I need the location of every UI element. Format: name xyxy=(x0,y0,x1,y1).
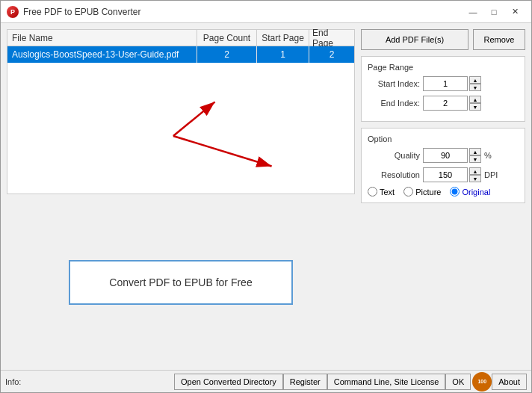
option-title: Option xyxy=(368,134,519,143)
mode-radio-row: Text Picture Original xyxy=(368,187,519,196)
quality-spinner: ▲ ▼ xyxy=(423,148,481,163)
start-index-up[interactable]: ▲ xyxy=(469,76,481,84)
mode-text-label: Text xyxy=(380,188,395,196)
mode-picture-radio[interactable] xyxy=(403,187,413,196)
mode-text-option[interactable]: Text xyxy=(368,187,395,196)
start-index-label: Start Index: xyxy=(368,79,420,88)
convert-button[interactable]: Convert PDF to EPUB for Free xyxy=(69,260,293,305)
col-header-pagecount: Page Count xyxy=(197,30,257,46)
end-index-row: End Index: ▲ ▼ xyxy=(368,96,519,111)
mode-original-radio[interactable] xyxy=(450,187,460,196)
end-index-down[interactable]: ▼ xyxy=(469,103,481,111)
end-index-up[interactable]: ▲ xyxy=(469,96,481,103)
open-dir-button[interactable]: Open Converted Directory xyxy=(174,374,283,390)
info-label: Info: xyxy=(5,377,174,386)
cell-startpage: 1 xyxy=(257,46,309,63)
file-table: File Name Page Count Start Page End Page… xyxy=(7,29,355,194)
title-controls: — □ ✕ xyxy=(463,4,525,20)
end-index-spinner: ▲ ▼ xyxy=(423,96,481,111)
start-index-spinner: ▲ ▼ xyxy=(423,76,481,91)
table-row[interactable]: Auslogics-BoostSpeed-13-User-Guide.pdf 2… xyxy=(7,46,354,63)
close-button[interactable]: ✕ xyxy=(504,4,525,20)
content-area: File Name Page Count Start Page End Page… xyxy=(1,23,531,370)
mode-picture-option[interactable]: Picture xyxy=(403,187,441,196)
table-body: Auslogics-BoostSpeed-13-User-Guide.pdf 2… xyxy=(7,46,354,194)
app-icon: P xyxy=(7,6,19,18)
resolution-label: Resolution xyxy=(368,170,420,179)
bottom-bar: Info: Open Converted Directory Register … xyxy=(1,370,531,392)
quality-input[interactable] xyxy=(423,148,468,163)
title-bar: P Free PDF to EPUB Converter — □ ✕ xyxy=(1,1,531,23)
resolution-down[interactable]: ▼ xyxy=(469,175,481,182)
cell-pagecount: 2 xyxy=(197,46,257,63)
title-bar-left: P Free PDF to EPUB Converter xyxy=(7,6,140,18)
mode-picture-label: Picture xyxy=(415,188,441,196)
right-panel: Add PDF File(s) Remove Page Range Start … xyxy=(361,29,525,364)
col-header-filename: File Name xyxy=(7,30,197,46)
mode-original-option[interactable]: Original xyxy=(450,187,490,196)
resolution-input[interactable] xyxy=(423,167,468,182)
start-index-down[interactable]: ▼ xyxy=(469,84,481,91)
add-pdf-button[interactable]: Add PDF File(s) xyxy=(361,29,468,50)
resolution-spin-buttons: ▲ ▼ xyxy=(469,167,481,182)
left-panel: File Name Page Count Start Page End Page… xyxy=(7,29,355,364)
mode-original-label: Original xyxy=(462,188,490,196)
start-index-input[interactable] xyxy=(423,76,468,91)
col-header-startpage: Start Page xyxy=(257,30,309,46)
option-section: Option Quality ▲ ▼ % Resolution xyxy=(361,128,525,203)
start-index-row: Start Index: ▲ ▼ xyxy=(368,76,519,91)
convert-area: Convert PDF to EPUB for Free xyxy=(7,200,355,364)
quality-down[interactable]: ▼ xyxy=(469,155,481,163)
end-index-input[interactable] xyxy=(423,96,468,111)
quality-row: Quality ▲ ▼ % xyxy=(368,148,519,163)
main-window: P Free PDF to EPUB Converter — □ ✕ File … xyxy=(0,0,532,393)
resolution-unit: DPI xyxy=(484,170,498,179)
quality-up[interactable]: ▲ xyxy=(469,148,481,155)
window-title: Free PDF to EPUB Converter xyxy=(23,7,140,17)
ok-button[interactable]: OK xyxy=(445,374,471,390)
resolution-up[interactable]: ▲ xyxy=(469,167,481,175)
top-buttons: Add PDF File(s) Remove xyxy=(361,29,525,50)
resolution-spinner: ▲ ▼ xyxy=(423,167,481,182)
start-index-spin-buttons: ▲ ▼ xyxy=(469,76,481,91)
quality-spin-buttons: ▲ ▼ xyxy=(469,148,481,163)
quality-unit: % xyxy=(484,151,492,160)
table-header: File Name Page Count Start Page End Page xyxy=(7,30,354,46)
cell-endpage: 2 xyxy=(309,46,354,63)
remove-button[interactable]: Remove xyxy=(473,29,525,50)
end-index-label: End Index: xyxy=(368,99,420,108)
minimize-button[interactable]: — xyxy=(463,4,483,20)
cmdline-button[interactable]: Command Line, Site License xyxy=(327,374,446,390)
page-range-section: Page Range Start Index: ▲ ▼ End Index: xyxy=(361,56,525,122)
about-button[interactable]: About xyxy=(492,374,527,390)
cell-filename: Auslogics-BoostSpeed-13-User-Guide.pdf xyxy=(7,46,197,63)
resolution-row: Resolution ▲ ▼ DPI xyxy=(368,167,519,182)
page-range-title: Page Range xyxy=(368,63,519,72)
watermark-logo: 100 xyxy=(472,372,492,392)
quality-label: Quality xyxy=(368,151,420,160)
end-index-spin-buttons: ▲ ▼ xyxy=(469,96,481,111)
register-button[interactable]: Register xyxy=(283,374,327,390)
mode-text-radio[interactable] xyxy=(368,187,377,196)
maximize-button[interactable]: □ xyxy=(483,4,504,20)
col-header-endpage: End Page xyxy=(309,30,354,46)
